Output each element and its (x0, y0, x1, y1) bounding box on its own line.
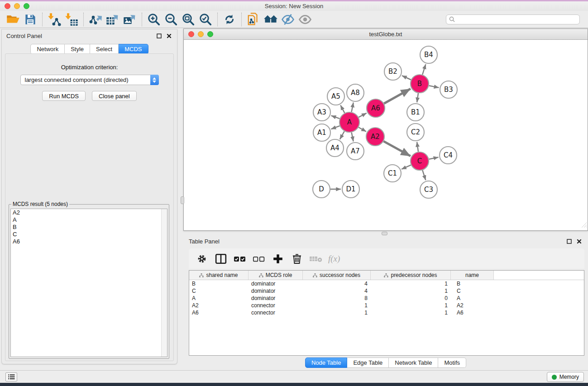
search-input[interactable] (457, 16, 577, 23)
table-row[interactable]: Adominator80A (189, 295, 584, 302)
refresh-view-icon[interactable] (221, 12, 238, 27)
table-row[interactable]: Cdominator41C (189, 287, 584, 295)
graph-node-C4[interactable]: C4 (440, 147, 457, 164)
tab-motifs[interactable]: Motifs (438, 357, 466, 368)
graph-node-B1[interactable]: B1 (407, 104, 424, 121)
graph-node-A5[interactable]: A5 (327, 88, 344, 105)
mcds-result-item[interactable]: A (11, 216, 167, 224)
tab-edge-table[interactable]: Edge Table (347, 357, 389, 368)
horizontal-divider-grip[interactable] (382, 232, 387, 235)
graph-node-B2[interactable]: B2 (384, 63, 402, 80)
graph-node-C1[interactable]: C1 (384, 165, 401, 182)
graph-node-D1[interactable]: D1 (342, 181, 359, 198)
tab-network[interactable]: Network (30, 44, 65, 54)
deselect-all-columns-icon[interactable] (250, 252, 268, 266)
export-image-icon[interactable] (121, 12, 139, 27)
graph-edge-B-B1[interactable] (417, 93, 418, 102)
tab-node-table[interactable]: Node Table (305, 357, 348, 368)
graph-edge-A-A5[interactable] (340, 105, 344, 113)
graph-node-A7[interactable]: A7 (347, 143, 364, 160)
criterion-select[interactable]: largest connected component (directed) (20, 75, 159, 85)
float-panel-icon[interactable] (155, 33, 163, 39)
tab-network-table[interactable]: Network Table (389, 357, 438, 368)
close-panel-button[interactable]: Close panel (92, 91, 137, 101)
table-row[interactable]: A6connector11A6 (189, 309, 584, 316)
zoom-out-icon[interactable] (163, 12, 180, 27)
graph-node-B4[interactable]: B4 (420, 46, 437, 63)
graph-node-A1[interactable]: A1 (313, 124, 330, 141)
graph-edge-B-B4[interactable] (422, 64, 425, 75)
result-scrollbar[interactable] (161, 209, 167, 357)
open-session-icon[interactable] (5, 12, 22, 27)
show-column-panel-icon[interactable] (212, 252, 229, 266)
save-session-icon[interactable] (22, 12, 39, 27)
graph-edge-A-A8[interactable] (352, 103, 354, 112)
graph-edge-C-C4[interactable] (429, 157, 439, 159)
graph-edge-A-A7[interactable] (352, 133, 354, 142)
graph-node-A3[interactable]: A3 (313, 104, 330, 121)
mcds-result-item[interactable]: C (11, 231, 167, 238)
panel-divider-grip[interactable] (181, 196, 184, 204)
network-graph[interactable]: B4B2BB3A8A5A6A3B1AA1C2A2A4A7C4CC1C3DD1 (184, 40, 588, 230)
delete-table-icon[interactable] (307, 252, 325, 266)
table-options-gear-icon[interactable] (193, 252, 210, 266)
graph-edge-A2-C[interactable] (383, 141, 410, 156)
network-canvas[interactable]: B4B2BB3A8A5A6A3B1AA1C2A2A4A7C4CC1C3DD1 (184, 40, 588, 230)
select-all-columns-icon[interactable] (231, 252, 249, 266)
table-row[interactable]: A2connector11A2 (189, 302, 584, 309)
graph-edge-C-C3[interactable] (422, 170, 425, 180)
graph-edge-C-C2[interactable] (417, 142, 418, 152)
column-header-predecessor-nodes[interactable]: predecessor nodes (371, 271, 451, 280)
graph-edge-C-C1[interactable] (402, 165, 411, 169)
mcds-result-item[interactable]: B (11, 224, 167, 231)
graph-edge-A-A1[interactable] (331, 126, 340, 129)
table-row[interactable]: Bdominator41B (189, 280, 584, 287)
tab-style[interactable]: Style (65, 44, 90, 54)
tab-select[interactable]: Select (90, 44, 119, 54)
import-network-icon[interactable] (46, 12, 63, 27)
graph-edge-B-B3[interactable] (429, 86, 439, 87)
graph-edge-A-A2[interactable] (359, 127, 366, 131)
graph-node-D[interactable]: D (313, 181, 330, 198)
show-task-history-button[interactable] (5, 372, 17, 381)
graph-node-A[interactable]: A (339, 112, 359, 132)
graph-node-B3[interactable]: B3 (440, 81, 457, 98)
show-graphics-details-icon[interactable] (296, 12, 314, 27)
search-field[interactable] (446, 14, 580, 24)
tab-mcds[interactable]: MCDS (119, 44, 148, 54)
delete-columns-icon[interactable] (288, 252, 306, 266)
graph-node-C[interactable]: C (411, 152, 429, 170)
graph-node-A8[interactable]: A8 (347, 84, 364, 101)
column-header-MCDS-role[interactable]: MCDS role (249, 271, 303, 280)
export-table-icon[interactable] (104, 12, 121, 27)
create-new-column-icon[interactable] (269, 252, 287, 266)
window-resize-grip[interactable] (581, 222, 587, 230)
column-header-name[interactable]: name (451, 271, 494, 280)
memory-button[interactable]: Memory (547, 372, 584, 382)
close-panel-icon[interactable] (165, 33, 172, 39)
close-table-panel-icon[interactable] (575, 238, 583, 244)
run-mcds-button[interactable]: Run MCDS (42, 91, 86, 101)
zoom-in-icon[interactable] (145, 12, 163, 27)
graph-node-B[interactable]: B (411, 75, 429, 93)
graph-node-A4[interactable]: A4 (326, 139, 344, 157)
graph-node-C2[interactable]: C2 (407, 124, 424, 141)
graph-edge-A-A4[interactable] (340, 131, 344, 139)
graph-node-A6[interactable]: A6 (367, 99, 385, 117)
zoom-fit-icon[interactable] (180, 12, 197, 27)
function-builder-icon[interactable]: f(x) (326, 254, 340, 264)
mcds-result-item[interactable]: A2 (11, 209, 167, 216)
mcds-result-list[interactable]: A2ABCA6 (10, 209, 167, 357)
graph-edge-A-A3[interactable] (331, 115, 340, 119)
zoom-selected-icon[interactable] (197, 12, 214, 27)
home-icon[interactable] (262, 12, 279, 27)
graph-node-A2[interactable]: A2 (366, 128, 384, 146)
column-header-successor-nodes[interactable]: successor nodes (303, 271, 371, 280)
graph-edge-A-A6[interactable] (359, 113, 366, 117)
column-header-shared-name[interactable]: shared name (189, 271, 249, 280)
graph-edge-B-B2[interactable] (402, 76, 411, 80)
import-table-icon[interactable] (63, 12, 80, 27)
float-table-panel-icon[interactable] (565, 238, 573, 244)
hide-graphics-details-icon[interactable] (279, 12, 296, 27)
network-window-titlebar[interactable]: testGlobe.txt (184, 29, 588, 40)
